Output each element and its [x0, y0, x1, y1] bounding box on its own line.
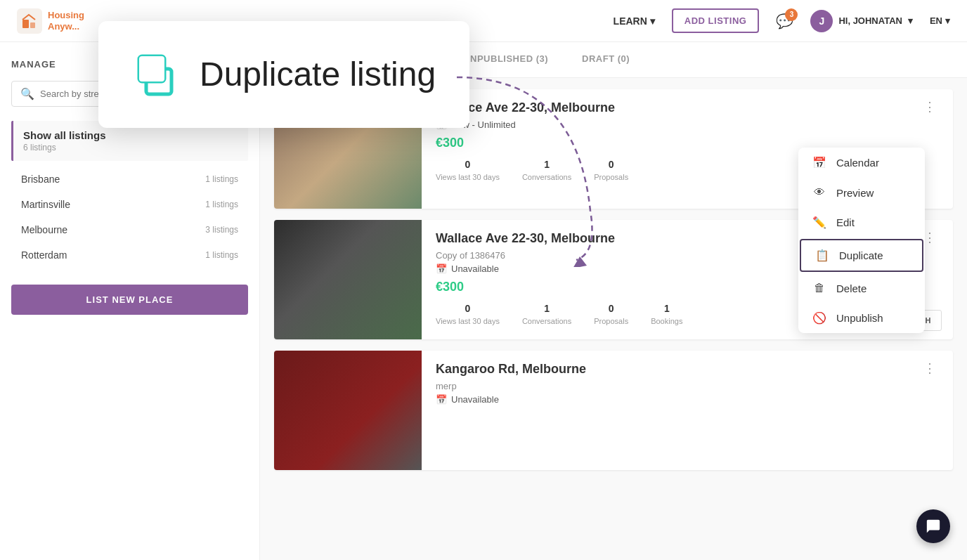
- dashed-arrow: [450, 70, 604, 270]
- context-menu-item[interactable]: 📋 Duplicate: [800, 239, 923, 272]
- modal-card: Duplicate listing: [98, 21, 469, 128]
- ctx-item-icon: 🗑: [812, 282, 826, 294]
- duplicate-modal-icon: [132, 49, 183, 100]
- ctx-item-label: Duplicate: [839, 249, 883, 261]
- ctx-item-icon: ✏️: [812, 216, 826, 229]
- context-menu-item[interactable]: 🗑 Delete: [798, 273, 925, 303]
- context-menu-list: 📅 Calendar 👁 Preview ✏️ Edit 📋 Duplicate…: [798, 148, 925, 333]
- modal-title: Duplicate listing: [200, 58, 436, 91]
- ctx-item-icon: 📋: [815, 249, 829, 262]
- ctx-item-label: Preview: [836, 187, 874, 199]
- svg-rect-4: [139, 56, 164, 82]
- ctx-item-label: Edit: [836, 216, 855, 228]
- ctx-item-label: Calendar: [836, 157, 879, 169]
- ctx-item-icon: 🚫: [812, 311, 826, 325]
- context-menu: 📅 Calendar 👁 Preview ✏️ Edit 📋 Duplicate…: [798, 148, 925, 333]
- context-menu-item[interactable]: 📅 Calendar: [798, 148, 925, 178]
- context-menu-item[interactable]: 🚫 Unpublish: [798, 303, 925, 333]
- overlay: Duplicate listing 📅 Calendar 👁 Preview ✏…: [0, 0, 967, 560]
- ctx-item-label: Unpublish: [836, 312, 883, 324]
- context-menu-item[interactable]: ✏️ Edit: [798, 207, 925, 237]
- svg-marker-5: [573, 256, 587, 267]
- context-menu-item[interactable]: 👁 Preview: [798, 178, 925, 207]
- ctx-item-icon: 📅: [812, 156, 826, 169]
- ctx-item-label: Delete: [836, 282, 867, 294]
- chat-widget[interactable]: [916, 509, 950, 543]
- ctx-item-icon: 👁: [812, 186, 826, 199]
